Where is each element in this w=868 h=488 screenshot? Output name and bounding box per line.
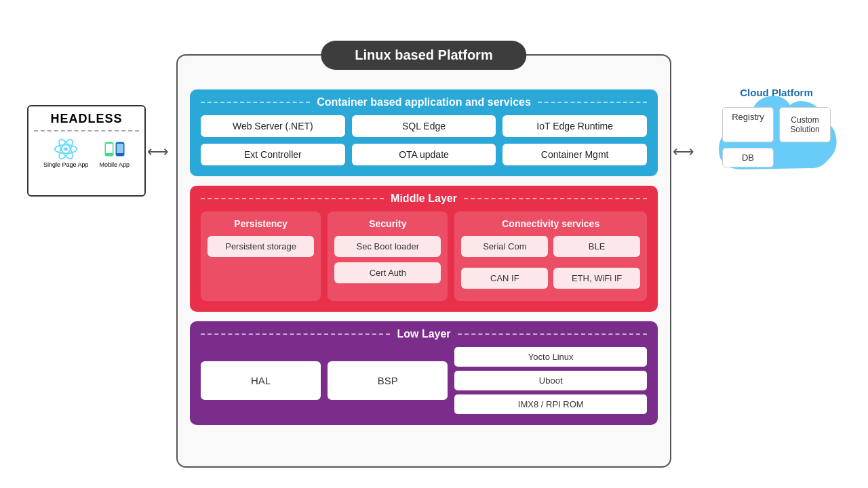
middle-dashed-left [201, 198, 384, 199]
single-page-app-label: Single Page App [43, 161, 89, 168]
platform-title: Linux based Platform [321, 41, 526, 70]
platform-container: Linux based Platform Container based app… [176, 54, 671, 468]
persistent-storage-box: Persistent storage [208, 236, 314, 257]
headless-icons: Single Page App Mobile App [43, 137, 130, 168]
connectivity-grid: Serial Com BLE CAN IF ETH, WiFi IF [461, 236, 640, 294]
sec-bootloader-box: Sec Boot loader [334, 236, 441, 257]
cloud-container: Cloud Platform Registry CustomSolution D… [705, 75, 848, 200]
hal-box: HAL [201, 361, 321, 400]
eth-wifi-box: ETH, WiFi IF [553, 268, 640, 289]
arrow-headless-platform: ⟷ [147, 143, 169, 161]
middle-layer-title: Middle Layer [391, 192, 457, 205]
headless-box: HEADLESS Single Page App [27, 105, 146, 197]
react-svg [54, 137, 78, 161]
service-web-server: Web Server (.NET) [201, 115, 345, 137]
container-layer-title: Container based application and services [317, 96, 531, 108]
headless-divider [34, 130, 139, 131]
connectivity-title: Connectivity services [461, 218, 640, 229]
service-ota-update: OTA update [352, 144, 496, 165]
low-layer-title: Low Layer [397, 328, 450, 340]
cert-auth-box: Cert Auth [334, 262, 441, 283]
dashed-left [201, 102, 310, 103]
low-dashed-left [201, 333, 390, 335]
arrow-platform-cloud: ⟷ [673, 143, 694, 161]
persistency-section: Persistency Persistent storage [201, 211, 321, 301]
service-container-mgmt: Container Mgmt [502, 144, 647, 165]
mobile-app-label: Mobile App [100, 161, 130, 168]
cloud-title: Cloud Platform [740, 87, 813, 98]
service-sql-edge: SQL Edge [352, 115, 496, 137]
container-layer-header: Container based application and services [201, 96, 647, 108]
low-stack: Yocto Linux Uboot IMX8 / RPI ROM [454, 347, 647, 414]
cloud-items: Registry CustomSolution DB [722, 107, 831, 167]
service-ext-controller: Ext Controller [201, 144, 345, 165]
low-layer-header: Low Layer [201, 328, 647, 340]
container-services-grid: Web Server (.NET) SQL Edge IoT Edge Runt… [201, 115, 647, 165]
security-title: Security [334, 218, 441, 229]
cloud-db: DB [722, 148, 774, 167]
can-if-box: CAN IF [461, 268, 548, 289]
cloud-registry: Registry [722, 107, 774, 142]
low-grid: HAL BSP Yocto Linux Uboot IMX8 / RPI ROM [201, 347, 647, 414]
cloud-custom-solution: CustomSolution [779, 107, 831, 142]
low-dashed-right [458, 333, 647, 335]
imx8-item: IMX8 / RPI ROM [454, 394, 647, 414]
mobile-app-icon: Mobile App [100, 137, 130, 168]
middle-sections-grid: Persistency Persistent storage Security … [201, 211, 647, 301]
yocto-linux-item: Yocto Linux [454, 347, 647, 367]
middle-dashed-right [464, 198, 647, 199]
connectivity-section: Connectivity services Serial Com BLE CAN… [454, 211, 647, 301]
dashed-right [538, 102, 647, 103]
mobile-svg [102, 137, 127, 161]
cloud-shape: Cloud Platform Registry CustomSolution D… [705, 75, 848, 193]
headless-title: HEADLESS [50, 112, 122, 126]
low-layer: Low Layer HAL BSP Yocto Linux Uboot IMX8… [190, 321, 658, 425]
middle-layer: Middle Layer Persistency Persistent stor… [190, 186, 658, 312]
serial-com-box: Serial Com [461, 236, 548, 257]
security-section: Security Sec Boot loader Cert Auth [328, 211, 448, 301]
middle-layer-header: Middle Layer [201, 192, 647, 205]
ble-box: BLE [553, 236, 640, 257]
svg-point-3 [64, 147, 68, 150]
persistency-title: Persistency [208, 218, 314, 229]
bsp-box: BSP [328, 361, 448, 400]
uboot-item: Uboot [454, 371, 647, 390]
svg-rect-7 [117, 144, 123, 153]
service-iot-edge: IoT Edge Runtime [502, 115, 647, 137]
single-page-app-icon: Single Page App [43, 137, 89, 168]
svg-rect-5 [106, 144, 113, 153]
container-layer: Container based application and services… [190, 89, 658, 176]
